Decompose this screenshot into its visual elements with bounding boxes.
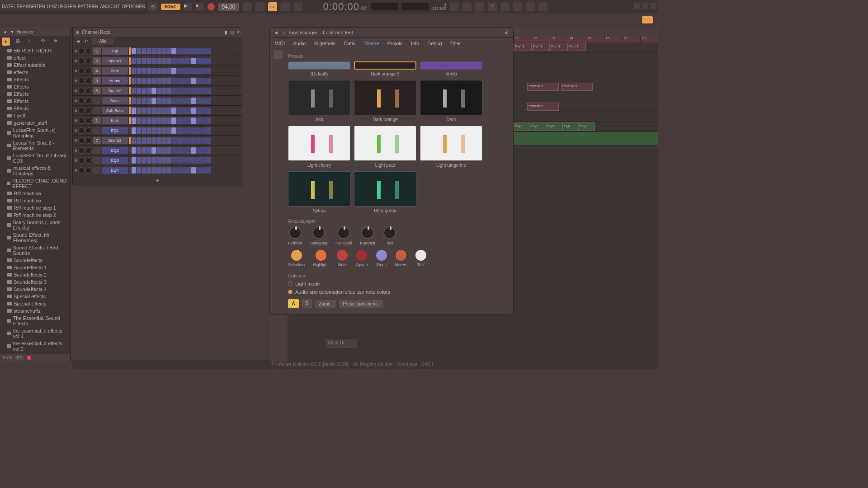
snap-value[interactable]: 32: [268, 2, 277, 11]
step-button[interactable]: [146, 147, 151, 154]
browser-item[interactable]: Scary Sounds (..unds Effects): [0, 219, 70, 231]
step-button[interactable]: [181, 88, 186, 94]
step-button[interactable]: [166, 127, 171, 134]
preset-thumbnail[interactable]: [354, 80, 416, 115]
add-button[interactable]: +: [2, 38, 10, 46]
channel-led[interactable]: [75, 60, 77, 62]
step-button[interactable]: [186, 58, 191, 64]
step-button[interactable]: [171, 68, 176, 74]
browser-item[interactable]: FlyOff: [0, 112, 70, 119]
channel-number[interactable]: —: [93, 157, 101, 164]
preset-thumbnail[interactable]: [354, 126, 416, 161]
step-button[interactable]: [166, 108, 171, 114]
step-button[interactable]: [156, 58, 161, 64]
color-swatch[interactable]: [316, 250, 326, 261]
channel-led[interactable]: [75, 169, 77, 172]
step-button[interactable]: [206, 127, 211, 134]
step-button[interactable]: [186, 48, 191, 54]
rack-close-icon[interactable]: ×: [236, 30, 239, 35]
pattern-clip[interactable]: Pan.1: [532, 43, 550, 51]
step-button[interactable]: [142, 157, 146, 164]
channel-name-button[interactable]: Bass: [102, 97, 128, 104]
group-selector[interactable]: Alle: [92, 38, 114, 45]
step-button[interactable]: [132, 48, 136, 54]
undo-icon[interactable]: [450, 2, 459, 11]
step-button[interactable]: [196, 78, 201, 84]
track-row[interactable]: [514, 92, 658, 102]
browser-item[interactable]: LucasFilm Soun..s) Sampling: [0, 127, 70, 139]
step-button[interactable]: [181, 137, 186, 144]
step-button[interactable]: [186, 108, 191, 114]
step-button[interactable]: [191, 48, 196, 54]
vol-knob[interactable]: [85, 48, 92, 54]
settings-side-icon[interactable]: [274, 50, 283, 59]
step-button[interactable]: [186, 127, 191, 134]
browser-item[interactable]: Effects: [0, 83, 70, 90]
option-light-mode[interactable]: Light mode: [288, 281, 507, 286]
step-button[interactable]: [191, 108, 196, 114]
tab-audio[interactable]: Audio: [292, 39, 307, 48]
step-button[interactable]: [176, 68, 181, 74]
vol-knob[interactable]: [85, 147, 92, 154]
eq-clip[interactable]: EQ1: [579, 122, 595, 131]
browser-item[interactable]: RECORD CRAC..OUND EFFECT: [0, 177, 70, 190]
step-button[interactable]: [201, 88, 206, 94]
step-button[interactable]: [132, 98, 136, 104]
step-button[interactable]: [132, 108, 136, 114]
step-button[interactable]: [196, 58, 201, 64]
step-button[interactable]: [151, 58, 156, 64]
step-button[interactable]: [181, 98, 186, 104]
browser-item[interactable]: Riff machine: [0, 197, 70, 204]
step-button[interactable]: [151, 157, 156, 164]
step-button[interactable]: [132, 137, 136, 144]
vol-knob[interactable]: [85, 98, 92, 104]
browser-item[interactable]: Riff machine: [0, 190, 70, 197]
step-button[interactable]: [181, 78, 186, 84]
browser-item[interactable]: LucasFilm So..ts Library CD3: [0, 152, 70, 164]
step-button[interactable]: [156, 88, 161, 94]
step-button[interactable]: [206, 48, 211, 54]
step-button[interactable]: [161, 167, 166, 174]
pattern-clip[interactable]: Pattern 5: [527, 103, 559, 111]
channel-name-button[interactable]: Kick: [102, 117, 128, 124]
channel-led[interactable]: [75, 139, 77, 142]
menu-ansicht[interactable]: ANSICHT: [100, 4, 120, 9]
step-button[interactable]: [181, 68, 186, 74]
step-button[interactable]: [151, 98, 156, 104]
step-button[interactable]: [196, 117, 201, 124]
step-button[interactable]: [191, 137, 196, 144]
track-row[interactable]: [514, 72, 658, 82]
channel-number[interactable]: 1: [93, 47, 101, 55]
settings-header[interactable]: ◄ ⌂ Einstellungen - Look and feel ×: [270, 28, 513, 38]
ruler-marker[interactable]: 12: [532, 36, 550, 42]
step-button[interactable]: [181, 117, 186, 124]
step-button[interactable]: [171, 88, 176, 94]
step-button[interactable]: [191, 127, 196, 134]
step-button[interactable]: [176, 137, 181, 144]
ruler-marker[interactable]: 13: [550, 36, 568, 42]
pan-knob[interactable]: [78, 88, 85, 94]
track-row[interactable]: [514, 132, 658, 145]
favorite-icon[interactable]: ★: [53, 38, 61, 45]
track-row[interactable]: [514, 112, 658, 122]
step-button[interactable]: [142, 137, 146, 144]
step-button[interactable]: [156, 48, 161, 54]
radio-icon[interactable]: [288, 290, 292, 294]
eq-clip[interactable]: EQ1: [546, 122, 562, 131]
menu-bearbeiten[interactable]: BEARBEITEN: [17, 4, 45, 9]
browser-item[interactable]: Special effects: [0, 293, 70, 300]
step-button[interactable]: [156, 98, 161, 104]
channel-name-button[interactable]: EQ4: [102, 167, 128, 174]
step-button[interactable]: [137, 78, 141, 84]
step-button[interactable]: [196, 48, 201, 54]
color-swatch[interactable]: [376, 250, 387, 261]
sync-icon[interactable]: ⟲: [148, 2, 157, 11]
step-button[interactable]: [191, 78, 196, 84]
step-button[interactable]: [151, 48, 156, 54]
rack-graph-icon[interactable]: ▮: [225, 30, 227, 35]
step-button[interactable]: [156, 137, 161, 144]
step-button[interactable]: [161, 127, 166, 134]
theme-preset[interactable]: Light cherry: [288, 126, 350, 168]
channel-name-button[interactable]: Perc: [102, 67, 128, 75]
theme-preset[interactable]: Veela: [420, 61, 482, 76]
